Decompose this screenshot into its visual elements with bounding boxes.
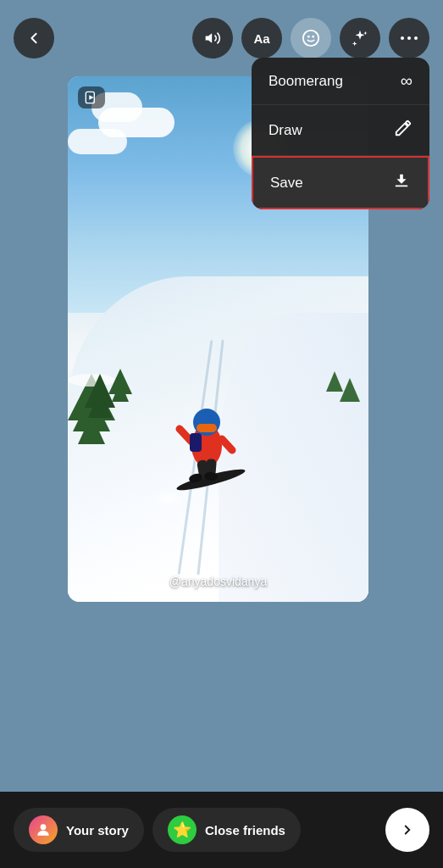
- your-story-label: Your story: [66, 823, 129, 837]
- username: @anyadosvidanya: [68, 575, 368, 588]
- draw-icon: [394, 119, 413, 142]
- dropdown-save[interactable]: Save: [252, 156, 429, 209]
- action-buttons: Your story ⭐ Close friends: [14, 808, 301, 852]
- cloud-3: [68, 129, 127, 154]
- tree-right-2: [326, 371, 343, 392]
- friends-star-icon: ⭐: [168, 815, 197, 844]
- draw-label: Draw: [269, 122, 302, 139]
- svg-point-5: [407, 36, 411, 40]
- tree-group-3: [108, 369, 132, 402]
- svg-line-17: [222, 439, 232, 450]
- svg-rect-15: [197, 424, 217, 432]
- more-button[interactable]: [389, 18, 429, 58]
- text-button[interactable]: Aa: [241, 18, 282, 58]
- back-button[interactable]: [14, 18, 54, 58]
- text-label: Aa: [253, 31, 269, 46]
- tree-r2-body: [326, 371, 343, 392]
- svg-rect-7: [396, 186, 408, 187]
- svg-rect-18: [190, 433, 202, 452]
- svg-marker-20: [89, 95, 93, 99]
- svg-point-21: [41, 824, 47, 830]
- effects-button[interactable]: [340, 18, 380, 58]
- snowboarder: [164, 387, 249, 497]
- svg-point-1: [303, 31, 318, 46]
- sticker-button[interactable]: [291, 18, 331, 58]
- tree-top2-1: [78, 415, 105, 444]
- boomerang-icon: ∞: [401, 71, 413, 91]
- toolbar-right: Aa: [192, 18, 429, 58]
- video-indicator: [78, 86, 105, 108]
- sound-button[interactable]: [192, 18, 233, 58]
- dropdown-menu: Boomerang ∞ Draw Save: [252, 58, 429, 209]
- svg-point-3: [312, 36, 314, 38]
- bottom-bar: Your story ⭐ Close friends: [0, 792, 443, 868]
- svg-marker-0: [206, 33, 213, 43]
- boomerang-label: Boomerang: [269, 73, 343, 90]
- dropdown-draw[interactable]: Draw: [252, 105, 429, 156]
- tree-body-3b: [112, 381, 129, 402]
- story-avatar: [29, 815, 58, 844]
- close-friends-button[interactable]: ⭐ Close friends: [152, 808, 301, 852]
- save-label: Save: [270, 175, 303, 192]
- save-icon: [392, 171, 411, 194]
- svg-point-4: [401, 36, 404, 40]
- close-friends-label: Close friends: [205, 823, 285, 837]
- next-button[interactable]: [385, 808, 429, 852]
- svg-point-2: [307, 36, 310, 38]
- dropdown-boomerang[interactable]: Boomerang ∞: [252, 58, 429, 105]
- svg-line-16: [180, 429, 191, 442]
- your-story-button[interactable]: Your story: [14, 808, 144, 852]
- svg-point-6: [414, 36, 418, 40]
